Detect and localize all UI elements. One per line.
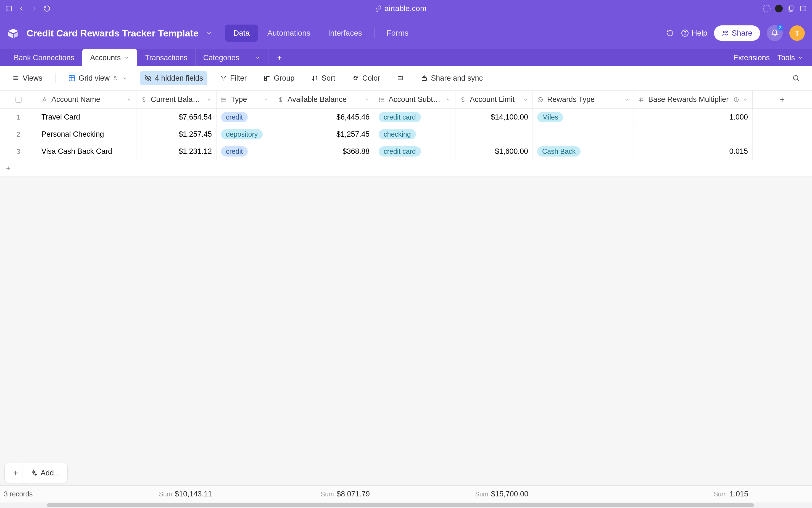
table-row[interactable]: 2 Personal Checking $1,257.45 depository…	[0, 126, 812, 143]
base-logo-icon[interactable]	[7, 27, 19, 39]
base-title[interactable]: Credit Card Rewards Tracker Template	[27, 28, 199, 39]
svg-rect-0	[6, 6, 12, 11]
share-sync-button[interactable]: Share and sync	[416, 71, 487, 85]
chevron-down-icon	[446, 97, 451, 102]
table-row[interactable]: 3 Visa Cash Back Card $1,231.12 credit $…	[0, 143, 812, 160]
reload-icon[interactable]	[43, 4, 51, 13]
tools-button[interactable]: Tools	[777, 53, 803, 62]
column-header-account-limit[interactable]: Account Limit	[455, 91, 533, 109]
cell-account-subtype[interactable]: checking	[374, 126, 455, 143]
cell-available-balance[interactable]: $6,445.46	[273, 109, 374, 126]
plus-icon	[12, 469, 19, 477]
column-header-base-multiplier[interactable]: Base Rewards Multiplier	[634, 91, 753, 109]
column-header-rewards-type[interactable]: Rewards Type	[533, 91, 634, 109]
add-row-button[interactable]: +	[0, 160, 812, 177]
summary-bar: 3 records Sum $10,143.11 Sum $8,071.79 S…	[0, 485, 812, 503]
nav-tab-data[interactable]: Data	[225, 25, 258, 42]
views-button[interactable]: Views	[8, 71, 47, 85]
summary-account-limit[interactable]: Sum $15,700.00	[455, 490, 533, 498]
column-header-type[interactable]: Type	[216, 91, 273, 109]
table-row[interactable]: 1 Travel Card $7,654.54 credit $6,445.46…	[0, 109, 812, 126]
plus-icon	[276, 54, 283, 61]
svg-point-40	[221, 101, 222, 101]
cell-account-subtype[interactable]: credit card	[374, 109, 455, 126]
cell-current-balance[interactable]: $1,257.45	[136, 126, 216, 143]
filter-button[interactable]: Filter	[216, 71, 251, 85]
cell-type[interactable]: credit	[216, 143, 273, 160]
cell-type[interactable]: depository	[216, 126, 273, 143]
scrollbar-thumb[interactable]	[47, 503, 754, 507]
cell-account-limit[interactable]	[455, 126, 533, 143]
cell-type[interactable]: credit	[216, 109, 273, 126]
extension-icon-1[interactable]	[750, 4, 759, 13]
share-button[interactable]: Share	[714, 26, 760, 41]
column-header-account-subtype[interactable]: Account Subty…	[374, 91, 455, 109]
summary-current-balance[interactable]: Sum $10,143.11	[136, 490, 216, 498]
notifications-button[interactable]: 2	[767, 25, 783, 41]
extensions-button[interactable]: Extensions	[733, 53, 770, 62]
column-header-available-balance[interactable]: Available Balance	[273, 91, 374, 109]
hidden-fields-button[interactable]: 4 hidden fields	[140, 71, 207, 85]
horizontal-scrollbar[interactable]	[0, 503, 812, 508]
cell-current-balance[interactable]: $1,231.12	[136, 143, 216, 160]
column-header-account-name[interactable]: Account Name	[37, 91, 136, 109]
chevron-down-icon	[207, 97, 212, 102]
table-tab-accounts[interactable]: Accounts	[82, 49, 137, 66]
user-avatar[interactable]: T	[789, 26, 805, 41]
row-number[interactable]: 3	[0, 143, 37, 160]
nav-tab-interfaces[interactable]: Interfaces	[320, 25, 370, 42]
forward-icon[interactable]	[30, 4, 39, 13]
extension-icon-3[interactable]	[774, 4, 783, 13]
table-tab-bank-connections[interactable]: Bank Connections	[6, 49, 82, 66]
cell-available-balance[interactable]: $1,257.45	[273, 126, 374, 143]
cell-account-name[interactable]: Travel Card	[37, 109, 136, 126]
tabs-icon[interactable]	[799, 4, 808, 13]
help-button[interactable]: Help	[681, 29, 707, 38]
column-header-current-balance[interactable]: Current Balan…	[136, 91, 216, 109]
tag-pill: depository	[221, 129, 263, 139]
cell-account-subtype[interactable]: credit card	[374, 143, 455, 160]
search-button[interactable]	[788, 72, 804, 85]
cell-base-multiplier[interactable]: 0.015	[634, 143, 753, 160]
cell-rewards-type[interactable]	[533, 126, 634, 143]
sidebar-toggle-icon[interactable]	[4, 4, 13, 13]
base-title-caret-icon[interactable]	[206, 30, 212, 36]
cell-account-name[interactable]: Visa Cash Back Card	[37, 143, 136, 160]
cell-rewards-type[interactable]: Cash Back	[533, 143, 634, 160]
cell-rewards-type[interactable]: Miles	[533, 109, 634, 126]
tag-pill: checking	[379, 129, 416, 139]
browser-chrome: airtable.com	[0, 0, 812, 17]
share-people-icon	[722, 30, 729, 37]
cell-base-multiplier[interactable]: 1.000	[634, 109, 753, 126]
group-button[interactable]: Group	[259, 71, 299, 85]
add-column-button[interactable]	[753, 91, 812, 109]
color-button[interactable]: Color	[348, 71, 385, 85]
svg-point-17	[115, 77, 116, 78]
row-number[interactable]: 1	[0, 109, 37, 126]
nav-tab-automations[interactable]: Automations	[259, 25, 319, 42]
table-tab-more[interactable]	[247, 49, 269, 66]
sort-button[interactable]: Sort	[307, 71, 340, 85]
summary-available-balance[interactable]: Sum $8,071.79	[273, 490, 374, 498]
extension-icon-2[interactable]	[762, 4, 771, 13]
back-icon[interactable]	[17, 4, 26, 13]
select-all-cell[interactable]	[0, 91, 37, 109]
cell-current-balance[interactable]: $7,654.54	[136, 109, 216, 126]
cell-account-limit[interactable]: $14,100.00	[455, 109, 533, 126]
row-height-button[interactable]	[393, 72, 408, 84]
row-number[interactable]: 2	[0, 126, 37, 143]
add-menu-button[interactable]: Add...	[23, 463, 68, 483]
table-tab-categories[interactable]: Categories	[196, 49, 247, 66]
grid-view-button[interactable]: Grid view	[64, 71, 132, 85]
history-icon[interactable]	[665, 29, 675, 38]
table-tab-transactions[interactable]: Transactions	[137, 49, 196, 66]
url-bar[interactable]: airtable.com	[55, 4, 746, 13]
nav-tab-forms[interactable]: Forms	[378, 25, 417, 42]
add-table-button[interactable]	[269, 49, 291, 66]
cell-account-limit[interactable]: $1,600.00	[455, 143, 533, 160]
cell-account-name[interactable]: Personal Checking	[37, 126, 136, 143]
copy-url-icon[interactable]	[786, 4, 796, 13]
cell-base-multiplier[interactable]	[634, 126, 753, 143]
summary-multiplier[interactable]: Sum 1.015	[634, 490, 753, 498]
cell-available-balance[interactable]: $368.88	[273, 143, 374, 160]
